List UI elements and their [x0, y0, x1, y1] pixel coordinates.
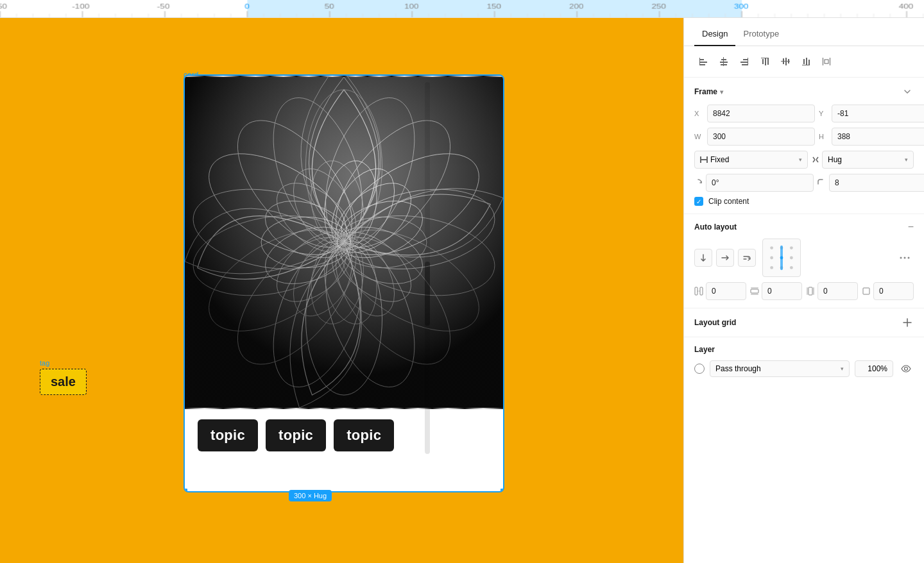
auto-layout-collapse-btn[interactable]: − — [908, 222, 914, 232]
design-canvas[interactable]: card — [0, 18, 683, 563]
align-bottom-button[interactable] — [797, 53, 815, 71]
tab-prototype[interactable]: Prototype — [735, 22, 787, 46]
height-constraint-dropdown[interactable]: Hug ▾ — [822, 151, 914, 169]
radius-group — [817, 174, 924, 192]
svg-rect-58 — [803, 59, 805, 64]
corner-radius-input[interactable] — [829, 174, 924, 192]
svg-point-72 — [770, 246, 773, 249]
hug-dropdown-arrow: ▾ — [905, 156, 908, 163]
corner-handle-bl[interactable] — [184, 489, 187, 492]
layer-blend-icon — [694, 364, 705, 374]
svg-rect-61 — [802, 65, 810, 65]
align-top-button[interactable] — [756, 53, 774, 71]
padding-h-input[interactable] — [762, 282, 802, 300]
svg-rect-67 — [706, 156, 708, 163]
align-left-icon — [699, 57, 708, 66]
y-input[interactable] — [832, 105, 924, 122]
w-field-group: W — [694, 128, 815, 146]
align-right-icon — [740, 57, 749, 66]
svg-rect-81 — [780, 246, 783, 270]
add-grid-button[interactable] — [901, 316, 914, 329]
rotation-group — [694, 174, 814, 192]
tag-element[interactable]: tag sale — [40, 359, 87, 395]
svg-rect-64 — [825, 60, 828, 63]
w-input[interactable] — [707, 128, 815, 146]
y-label: Y — [819, 110, 828, 117]
svg-rect-92 — [813, 287, 814, 295]
svg-point-78 — [770, 266, 773, 269]
svg-rect-89 — [751, 294, 758, 295]
main-area: card — [0, 18, 924, 563]
distribute-button[interactable] — [817, 53, 835, 71]
x-label: X — [694, 110, 703, 117]
w-label: W — [694, 133, 703, 140]
corner-handle-br[interactable] — [501, 489, 504, 492]
width-constraint-dropdown[interactable]: Fixed ▾ — [694, 151, 808, 169]
svg-rect-60 — [809, 60, 810, 65]
svg-rect-49 — [748, 58, 748, 65]
svg-rect-91 — [807, 287, 808, 295]
padding-v-input[interactable] — [817, 282, 858, 300]
visibility-toggle[interactable] — [898, 361, 914, 376]
blend-mode-dropdown[interactable]: Pass through ▾ — [710, 360, 850, 377]
dropdown-arrow: ▾ — [799, 156, 802, 163]
topic-button-3[interactable]: topic — [334, 419, 394, 451]
layer-title: Layer — [694, 345, 914, 354]
svg-line-71 — [816, 160, 818, 162]
wh-row: W H — [694, 128, 914, 146]
panel-tabs: Design Prototype — [684, 18, 924, 46]
x-input[interactable] — [707, 105, 815, 122]
svg-rect-87 — [751, 289, 758, 293]
frame-collapse-btn[interactable] — [901, 85, 914, 98]
alignment-grid[interactable] — [762, 239, 801, 277]
opacity-input[interactable] — [855, 360, 893, 377]
ruler — [0, 0, 924, 18]
card-frame[interactable]: topic topic topic — [184, 74, 504, 492]
align-middle-button[interactable] — [776, 53, 794, 71]
direction-right-btn[interactable] — [716, 249, 734, 267]
layer-section: Layer Pass through ▾ — [684, 337, 924, 385]
padding-h-field — [750, 282, 802, 300]
align-top-icon — [760, 57, 769, 66]
canvas-scrollbar[interactable] — [425, 82, 430, 454]
topic-button-2[interactable]: topic — [266, 419, 326, 451]
direction-row — [694, 239, 914, 277]
direction-down-icon — [699, 254, 707, 262]
scrollbar-thumb[interactable] — [425, 262, 430, 326]
constraint-v-icon — [812, 156, 819, 164]
rotation-input[interactable] — [706, 174, 814, 192]
h-input[interactable] — [832, 128, 924, 146]
svg-point-75 — [770, 256, 773, 260]
align-center-h-button[interactable] — [715, 53, 733, 71]
align-right-button[interactable] — [735, 53, 753, 71]
svg-rect-39 — [699, 62, 707, 63]
clip-content-row: ✓ Clip content — [694, 197, 914, 206]
svg-rect-45 — [723, 57, 724, 66]
padding-v-icon — [806, 287, 815, 296]
size-indicator: 300 × Hug — [289, 490, 332, 501]
auto-layout-more-btn[interactable] — [896, 249, 914, 267]
svg-rect-46 — [743, 59, 748, 60]
x-field-group: X — [694, 105, 815, 122]
blend-dropdown-arrow: ▾ — [841, 366, 844, 372]
frame-section: Frame ▾ X Y — [684, 78, 924, 214]
more-options-icon — [900, 256, 910, 259]
svg-rect-41 — [699, 58, 700, 65]
frame-dropdown-arrow[interactable]: ▾ — [720, 88, 723, 96]
padding-extra-input[interactable] — [873, 282, 914, 300]
collapse-icon — [903, 87, 912, 96]
direction-down-btn[interactable] — [694, 249, 712, 267]
gap-input[interactable] — [706, 282, 746, 300]
clip-content-checkbox[interactable]: ✓ — [694, 197, 703, 206]
frame-section-header: Frame ▾ — [694, 85, 914, 98]
align-center-h-icon — [719, 57, 728, 66]
svg-point-94 — [905, 367, 908, 371]
svg-rect-40 — [699, 64, 705, 65]
topic-button-1[interactable]: topic — [198, 419, 258, 451]
layer-row: Pass through ▾ — [694, 360, 914, 377]
direction-wrap-btn[interactable] — [738, 249, 756, 267]
tab-design[interactable]: Design — [694, 22, 735, 46]
align-left-button[interactable] — [694, 53, 712, 71]
svg-rect-66 — [700, 156, 701, 163]
layout-grid-section: Layout grid — [684, 308, 924, 337]
